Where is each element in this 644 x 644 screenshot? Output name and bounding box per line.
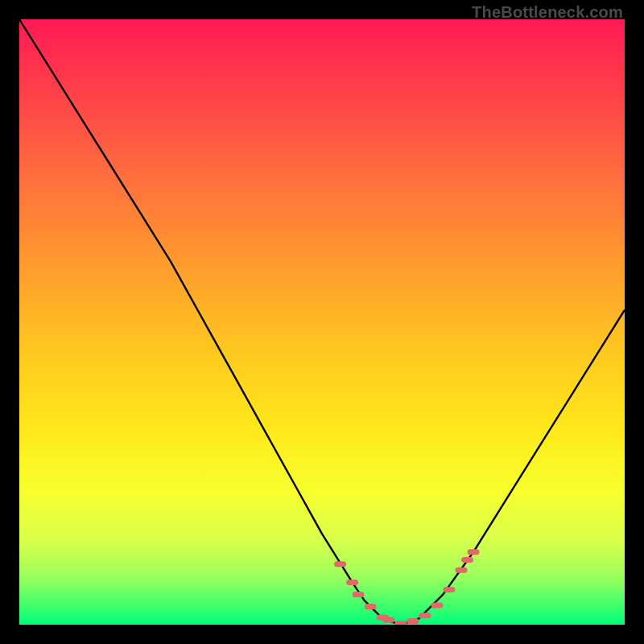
highlight-markers [337, 552, 477, 624]
bottleneck-curve-chart [19, 19, 625, 625]
watermark-text: TheBottleneck.com [472, 3, 623, 22]
curve-line [19, 19, 625, 625]
